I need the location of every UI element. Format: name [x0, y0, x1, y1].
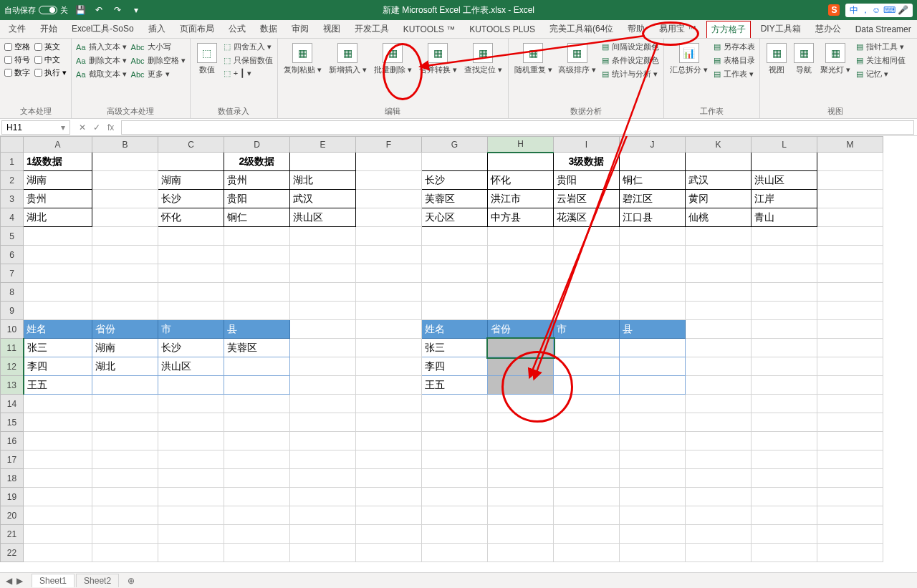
cell[interactable]: 铜仁: [620, 171, 686, 190]
cell[interactable]: [290, 506, 356, 525]
cell[interactable]: [158, 376, 224, 395]
cell[interactable]: 姓名: [24, 320, 92, 339]
cell[interactable]: [686, 153, 752, 171]
column-header[interactable]: A: [24, 137, 92, 153]
cell[interactable]: [752, 432, 817, 450]
cell[interactable]: [24, 395, 92, 413]
ribbon-tab[interactable]: Data Streamer: [851, 20, 916, 38]
cell[interactable]: [92, 190, 158, 208]
ribbon-command[interactable]: ▤ 工作表 ▾: [714, 69, 755, 79]
cell[interactable]: [290, 395, 356, 413]
cell[interactable]: [488, 283, 554, 302]
cell[interactable]: [290, 357, 356, 376]
cell[interactable]: [224, 264, 290, 283]
cell[interactable]: [620, 413, 686, 432]
ribbon-tab[interactable]: 开始: [36, 20, 62, 38]
cell[interactable]: [92, 264, 158, 283]
cell[interactable]: [686, 544, 752, 562]
cell[interactable]: [356, 227, 422, 246]
cell[interactable]: [817, 450, 883, 469]
ribbon-command[interactable]: ⬚ + ┃ ▾: [224, 69, 273, 78]
undo-icon[interactable]: ↶: [92, 4, 105, 16]
cell[interactable]: [92, 450, 158, 469]
cell[interactable]: [686, 525, 752, 544]
cell[interactable]: 洪山区: [158, 357, 224, 376]
cell[interactable]: [224, 376, 290, 395]
ribbon-command[interactable]: ▤ 记忆 ▾: [856, 69, 906, 79]
cell[interactable]: [422, 506, 488, 525]
cell[interactable]: [224, 302, 290, 320]
ime-badge[interactable]: S: [828, 4, 840, 16]
cell[interactable]: 青山: [752, 208, 817, 227]
cell[interactable]: [422, 488, 488, 506]
ribbon-button[interactable]: ▦合并转换 ▾: [418, 42, 458, 105]
cell[interactable]: [817, 432, 883, 450]
cell[interactable]: [752, 246, 817, 264]
checkbox-option[interactable]: 数字: [4, 67, 30, 78]
row-header[interactable]: 17: [1, 450, 24, 469]
cell[interactable]: [356, 190, 422, 208]
cell[interactable]: [817, 246, 883, 264]
cell[interactable]: 市: [554, 320, 620, 339]
cell[interactable]: [817, 264, 883, 283]
ribbon-command[interactable]: Abc 大小写: [131, 42, 186, 52]
cell[interactable]: 1级数据: [24, 153, 92, 171]
confirm-icon[interactable]: ✓: [93, 122, 100, 132]
cell[interactable]: [752, 320, 817, 339]
sheet-nav-next-icon[interactable]: ▶: [16, 576, 23, 586]
row-header[interactable]: 4: [1, 208, 24, 227]
cell[interactable]: 王五: [24, 376, 92, 395]
ribbon-tab[interactable]: 开发工具: [350, 20, 393, 38]
column-header[interactable]: D: [224, 137, 290, 153]
cell[interactable]: [686, 488, 752, 506]
cell[interactable]: 长沙: [422, 171, 488, 190]
cell[interactable]: [817, 227, 883, 246]
cell[interactable]: [554, 376, 620, 395]
cell[interactable]: [356, 264, 422, 283]
checkbox-option[interactable]: 符号: [4, 54, 30, 65]
cell[interactable]: [356, 432, 422, 450]
cell[interactable]: [817, 506, 883, 525]
cell[interactable]: [488, 302, 554, 320]
cell[interactable]: [752, 450, 817, 469]
cell[interactable]: [817, 153, 883, 171]
cell[interactable]: [620, 227, 686, 246]
cell[interactable]: [224, 227, 290, 246]
cell[interactable]: [24, 525, 92, 544]
cell[interactable]: [817, 395, 883, 413]
cell[interactable]: [356, 357, 422, 376]
cell[interactable]: 湖南: [92, 339, 158, 357]
ribbon-tab[interactable]: KUTOOLS ™: [399, 20, 459, 38]
cell[interactable]: [422, 227, 488, 246]
cell[interactable]: [817, 339, 883, 357]
cell[interactable]: [422, 432, 488, 450]
column-header[interactable]: B: [92, 137, 158, 153]
cell[interactable]: [686, 264, 752, 283]
cell[interactable]: [488, 153, 554, 171]
cell[interactable]: [554, 395, 620, 413]
cell[interactable]: [686, 246, 752, 264]
row-header[interactable]: 15: [1, 413, 24, 432]
cell[interactable]: [356, 320, 422, 339]
cell[interactable]: [686, 413, 752, 432]
cell[interactable]: 长沙: [158, 190, 224, 208]
ribbon-button[interactable]: ▦新增插入 ▾: [327, 42, 368, 105]
checkbox-option[interactable]: 执行 ▾: [34, 67, 67, 78]
cell[interactable]: 3级数据: [554, 153, 620, 171]
cell[interactable]: [224, 450, 290, 469]
cell[interactable]: [24, 469, 92, 488]
cell[interactable]: [752, 227, 817, 246]
cell[interactable]: [24, 544, 92, 562]
cell[interactable]: [290, 339, 356, 357]
formula-input[interactable]: [121, 120, 914, 135]
cell[interactable]: [356, 246, 422, 264]
cell[interactable]: [290, 246, 356, 264]
cell[interactable]: 天心区: [422, 208, 488, 227]
worksheet-grid[interactable]: ABCDEFGHIJKLM11级数据2级数据3级数据2湖南湖南贵州湖北长沙怀化贵…: [0, 136, 917, 572]
cell[interactable]: [554, 264, 620, 283]
cell[interactable]: [554, 450, 620, 469]
column-header[interactable]: H: [488, 137, 554, 153]
ribbon-button[interactable]: ▦批量删除 ▾: [373, 42, 413, 105]
cell[interactable]: [356, 376, 422, 395]
cell[interactable]: [817, 376, 883, 395]
